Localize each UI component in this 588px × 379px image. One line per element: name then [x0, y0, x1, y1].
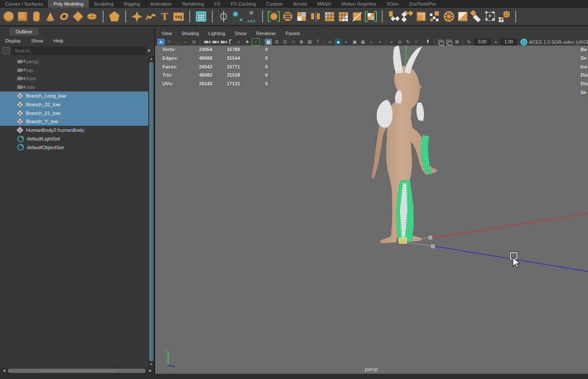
isolate-add-icon[interactable] — [445, 39, 452, 45]
material-ball-icon[interactable]: ◐ — [343, 39, 350, 45]
grid-toggle-icon[interactable]: ▦ — [265, 39, 272, 45]
shaded-cube-icon[interactable]: ◆ — [335, 39, 342, 45]
outliner-item-side[interactable]: side — [0, 83, 148, 91]
shelf-tab-sculpting[interactable]: Sculpting — [89, 0, 119, 8]
outliner-item-top[interactable]: top — [0, 66, 148, 75]
scroll-up-icon[interactable]: ▲ — [148, 56, 154, 62]
manipulator-handle-x[interactable] — [428, 235, 432, 240]
safe-action-icon[interactable]: ▨ — [306, 39, 313, 45]
paint-select-icon[interactable]: ◐ — [182, 39, 189, 45]
ssao-icon[interactable]: ○ — [388, 39, 395, 45]
lattice-tool-icon[interactable] — [484, 10, 497, 23]
diamond-tiles-tool-icon[interactable] — [401, 10, 414, 23]
sphere-grid-tool-icon[interactable] — [498, 10, 511, 23]
branch-shoulder-left[interactable] — [377, 100, 393, 127]
shelf-tab-rendering[interactable]: Rendering — [177, 0, 209, 8]
zero-transform-icon[interactable]: 0,0,0 — [245, 10, 258, 23]
shelf-tab-curves-surfaces[interactable]: Curves / Surfaces — [0, 0, 48, 8]
shelf-tab-poly-modeling[interactable]: Poly Modeling — [48, 0, 88, 8]
manipulator-x-axis[interactable] — [432, 213, 588, 238]
poly-plane-icon[interactable] — [71, 10, 84, 23]
outliner-menu-help[interactable]: Help — [49, 38, 69, 43]
outliner-vertical-scrollbar[interactable]: ▲ ▼ — [148, 56, 154, 367]
outliner-item-branch-long-low[interactable]: Branch_Long_low — [0, 91, 148, 100]
shelf-tab-mash[interactable]: MASH — [312, 0, 336, 8]
shelf-tab-rigging[interactable]: Rigging — [119, 0, 145, 8]
shelf-tab-zootoolspro[interactable]: ZooToolsPro — [404, 0, 441, 8]
motion-blur-icon[interactable]: ⊙ — [396, 39, 403, 45]
grease-pencil-icon[interactable]: ∕ — [252, 38, 260, 46]
branch-arm-right-white[interactable] — [416, 103, 424, 121]
cut-geometry-icon[interactable] — [351, 10, 364, 23]
image-plane-icon[interactable]: ✓ — [235, 39, 243, 45]
poly-type-icon[interactable]: T — [158, 10, 171, 23]
viewport-menu-view[interactable]: View — [157, 31, 177, 36]
extra-select-icon[interactable]: ▩ — [190, 39, 198, 45]
branch-neck-left[interactable] — [395, 91, 402, 104]
horizontal-scroll-thumb[interactable] — [8, 369, 146, 373]
marquee-select-icon[interactable]: □ — [166, 39, 173, 45]
platonic-solid-icon[interactable] — [108, 10, 121, 23]
sweep-mesh-icon[interactable] — [144, 10, 157, 23]
shelf-tab-motion-graphics[interactable]: Motion Graphics — [336, 0, 381, 8]
outliner-menu-show[interactable]: Show — [26, 38, 49, 43]
vertical-scroll-thumb[interactable] — [149, 62, 153, 361]
select-camera-icon[interactable] — [202, 39, 210, 45]
shelf-tab-xgen[interactable]: XGen — [381, 0, 404, 8]
exposure-icon[interactable]: ↻ — [465, 39, 473, 45]
isolate-select-icon[interactable] — [437, 39, 444, 45]
cylinder-align-tool-icon[interactable] — [387, 10, 400, 23]
outliner-tab[interactable]: Outliner — [10, 28, 39, 36]
scroll-down-icon[interactable]: ▼ — [148, 362, 154, 367]
viewport-menu-shading[interactable]: Shading — [177, 31, 204, 36]
rotate-duplicate-tool-icon[interactable] — [364, 10, 377, 23]
wireframe-on-shaded-icon[interactable]: ▦ — [359, 39, 367, 45]
scatter-tool-icon[interactable] — [429, 10, 442, 23]
viewport-menu-show[interactable]: Show — [230, 31, 252, 36]
lasso-select-icon[interactable]: ◡ — [174, 39, 181, 45]
poly-disc-icon[interactable] — [85, 10, 98, 23]
depth-of-field-icon[interactable]: ⊘ — [413, 39, 420, 45]
textured-cube-icon[interactable]: ▣ — [351, 39, 358, 45]
bookmark-icon[interactable] — [227, 39, 234, 45]
poly-cone-icon[interactable] — [44, 10, 57, 23]
modeling-toolkit-icon[interactable] — [195, 10, 208, 23]
filter-icon[interactable] — [3, 47, 10, 54]
viewport-canvas[interactable]: y x Verts:24054157800 Edges:48088315440 … — [155, 46, 588, 374]
wheel-sphere-tool-icon[interactable] — [442, 10, 455, 23]
shelf-tab-arnold[interactable]: Arnold — [288, 0, 312, 8]
viewport-menu-renderer[interactable]: Renderer — [251, 31, 281, 36]
cursor-select-icon[interactable] — [425, 39, 432, 45]
field-chart-icon[interactable]: ⊠ — [298, 39, 305, 45]
branch-antler-left[interactable] — [393, 46, 403, 73]
mirror-geometry-icon[interactable] — [309, 10, 322, 23]
scroll-right-icon[interactable]: ▶ — [147, 368, 153, 374]
renderer-badge-icon[interactable]: A — [157, 39, 165, 45]
manipulator-handle-z[interactable] — [431, 244, 435, 248]
shadows-icon[interactable]: ◑ — [376, 39, 383, 45]
poly-sphere-icon[interactable] — [2, 10, 15, 23]
film-gate-icon[interactable]: ⊟ — [273, 39, 280, 45]
outliner-item-branch-01-low[interactable]: Branch_01_low — [0, 109, 148, 118]
outliner-item-defaultobjectset[interactable]: defaultObjectSet — [0, 143, 148, 152]
viewport-menu-panels[interactable]: Panels — [281, 31, 305, 36]
outliner-item-front[interactable]: front — [0, 75, 148, 83]
shelf-tab-animation[interactable]: Animation — [145, 0, 177, 8]
outliner-item-branch-y-low[interactable]: Branch_Y_low — [0, 118, 148, 126]
grid-duplicate-alt-tool-icon[interactable] — [337, 10, 350, 23]
quad-duplicate-tool-icon[interactable] — [295, 10, 308, 23]
center-pivot-icon[interactable] — [217, 10, 230, 23]
branch-antler-right[interactable] — [405, 46, 422, 73]
outliner-menu-display[interactable]: Display — [0, 38, 26, 43]
manipulator-center-handle[interactable] — [399, 238, 406, 243]
xray-icon[interactable]: ⊠ — [453, 39, 461, 45]
colorspace-label[interactable]: ACES 1.0 SDR-video (sRGB — [529, 39, 588, 45]
poly-cube-icon[interactable] — [16, 10, 29, 23]
lock-camera-icon[interactable] — [211, 39, 218, 45]
safe-title-icon[interactable]: T — [314, 39, 322, 45]
circle-select-tool-icon[interactable] — [267, 10, 280, 23]
diamond-row-tool-icon[interactable] — [470, 10, 483, 23]
shelf-tab-custom[interactable]: Custom — [261, 0, 288, 8]
exposure-field[interactable]: 0.00 — [474, 39, 491, 46]
search-input[interactable] — [12, 46, 146, 55]
